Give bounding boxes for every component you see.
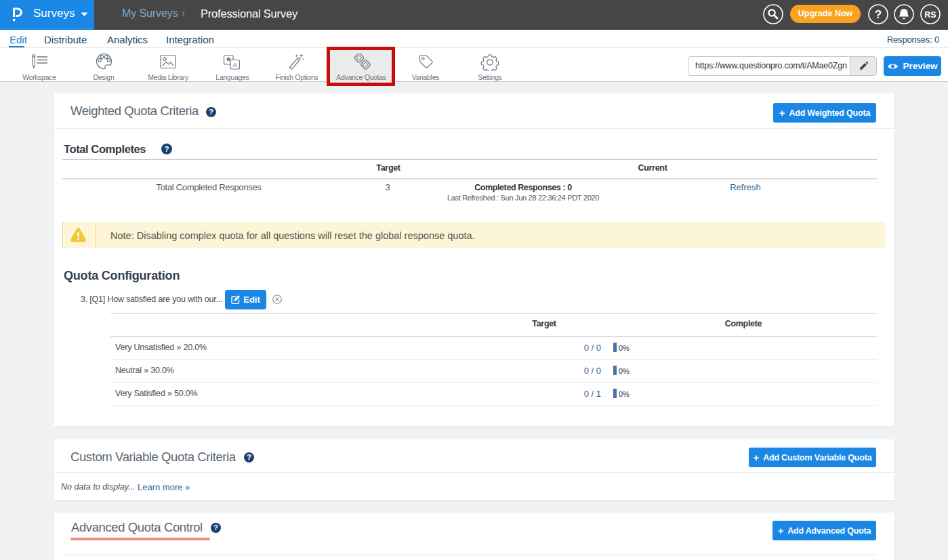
svg-text:RS: RS xyxy=(924,10,936,20)
svg-text:?: ? xyxy=(875,8,882,21)
svg-text:A: A xyxy=(233,61,238,68)
